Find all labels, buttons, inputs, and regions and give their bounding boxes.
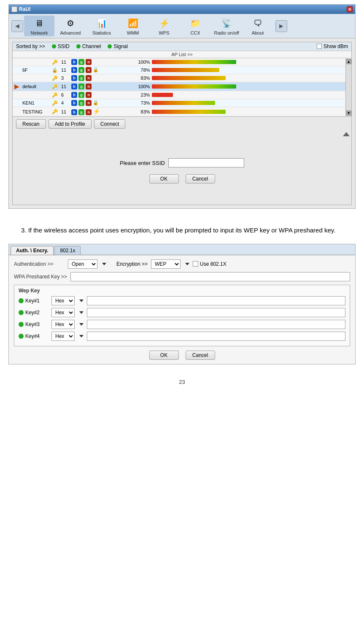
page-number: 23 xyxy=(8,375,356,389)
badge-n: n xyxy=(86,59,92,65)
connect-button[interactable]: Connect xyxy=(94,119,126,129)
toolbar-about[interactable]: 🗨 About xyxy=(243,16,273,36)
signal-bar xyxy=(152,60,236,64)
nav-back-button[interactable]: ◄ xyxy=(11,20,23,32)
auth-select[interactable]: Open xyxy=(68,259,97,269)
ssid-cell: default xyxy=(21,82,50,91)
app-title: RaUI xyxy=(19,6,30,12)
ssid-input[interactable] xyxy=(168,158,244,167)
toolbar-ccx[interactable]: 📁 CCX xyxy=(180,16,210,36)
key2-type-select[interactable]: Hex xyxy=(51,308,75,317)
modes-cell: b g n 🔒 xyxy=(70,99,136,107)
signal-bar-container: 23% xyxy=(138,92,344,97)
enc-select[interactable]: WEP xyxy=(151,259,181,269)
key1-input[interactable] xyxy=(87,296,345,305)
table-row[interactable]: TESTING 🔑 11 b g n ⚡ xyxy=(13,107,345,116)
cancel-button[interactable]: Cancel xyxy=(186,174,215,183)
key3-input[interactable] xyxy=(87,320,345,329)
channel-cell: 11 xyxy=(59,66,70,74)
table-row[interactable]: KEN1 🔑 4 b g n 🔒 xyxy=(13,99,345,107)
use802-checkbox[interactable] xyxy=(193,261,198,267)
badge-n: n xyxy=(86,109,92,115)
toolbar-wmm[interactable]: 📶 WMM xyxy=(118,16,148,36)
wpa-input[interactable] xyxy=(70,272,350,281)
rescan-button[interactable]: Rescan xyxy=(16,119,46,129)
scroll-down[interactable]: ▼ xyxy=(346,111,351,116)
toolbar-wps-label: WPS xyxy=(159,30,169,35)
signal-pct: 78% xyxy=(138,67,150,73)
wps-icon: ⚡ xyxy=(157,16,171,30)
toolbar-statistics-label: Statistics xyxy=(92,30,111,35)
tab-802-1x[interactable]: 802.1x xyxy=(54,246,81,255)
key3-type-select[interactable]: Hex xyxy=(51,320,75,329)
channel-cell: 4 xyxy=(59,99,70,107)
title-bar: RaUI ✕ xyxy=(9,5,355,14)
key3-dropdown-arrow xyxy=(79,323,84,326)
use802-text: Use 802.1X xyxy=(200,261,226,267)
ok-button[interactable]: OK xyxy=(149,174,179,183)
paragraph-3: 3. If the wireless access point uses enc… xyxy=(8,219,356,244)
scrollbar[interactable]: ▲ ▼ xyxy=(345,58,351,116)
badge-g: g xyxy=(78,75,84,81)
table-row[interactable]: ▶ default 🔑 11 b g n xyxy=(13,82,345,91)
signal-bar xyxy=(152,84,236,89)
ssid-cell xyxy=(21,58,50,66)
auth-label: Authentication >> xyxy=(14,261,65,267)
advanced-icon: ⚙ xyxy=(64,16,77,30)
toolbar: ◄ 🖥 Network ⚙ Advanced 📊 Statistics 📶 WM… xyxy=(9,14,355,38)
scroll-up-arrow[interactable] xyxy=(343,132,350,136)
signal-bar xyxy=(152,101,215,105)
key4-type-select[interactable]: Hex xyxy=(51,332,75,341)
signal-bar xyxy=(152,110,226,114)
key3-dot xyxy=(19,322,24,327)
modes-cell: b g n xyxy=(70,91,136,99)
close-button[interactable]: ✕ xyxy=(347,6,353,12)
table-row[interactable]: 6F 🔒 11 b g n 🔒 xyxy=(13,66,345,74)
tab-auth-encry[interactable]: Auth. \ Encry. xyxy=(11,246,54,255)
key4-input[interactable] xyxy=(87,332,345,341)
signal-bar-container: 100% xyxy=(138,84,344,89)
form-cancel-button[interactable]: Cancel xyxy=(186,351,215,360)
add-to-profile-button[interactable]: Add to Profile xyxy=(49,119,92,129)
table-row[interactable]: 🔑 11 b g n 100% xyxy=(13,58,345,66)
key1-type-select[interactable]: Hex xyxy=(51,296,75,305)
signal-pct: 100% xyxy=(138,84,150,89)
toolbar-statistics[interactable]: 📊 Statistics xyxy=(86,16,117,36)
toolbar-wps[interactable]: ⚡ WPS xyxy=(149,16,179,36)
table-row[interactable]: 🔑 3 b g n 83% xyxy=(13,74,345,82)
badge-b: b xyxy=(71,84,77,89)
toolbar-advanced[interactable]: ⚙ Advanced xyxy=(55,16,86,36)
ap-list-label: AP List >> xyxy=(13,51,351,58)
scroll-up[interactable]: ▲ xyxy=(346,59,351,64)
lock-cell: 🔑 xyxy=(50,58,59,66)
screenshot-1: RaUI ✕ ◄ 🖥 Network ⚙ Advanced 📊 Statisti… xyxy=(8,4,356,209)
nav-fwd-button[interactable]: ► xyxy=(275,20,287,32)
auth-form: Authentication >> Open Encryption >> WEP… xyxy=(9,255,355,364)
badge-g: g xyxy=(78,92,84,98)
badge-n: n xyxy=(86,67,92,73)
signal-cell: 73% xyxy=(136,99,346,107)
enc-label: Encryption >> xyxy=(116,261,148,267)
signal-bar-container: 100% xyxy=(138,59,344,65)
form-ok-button[interactable]: OK xyxy=(149,351,179,360)
tabs-bar: Auth. \ Encry. 802.1x xyxy=(9,244,355,255)
key4-dropdown-arrow xyxy=(79,335,84,337)
key2-input[interactable] xyxy=(87,308,345,317)
toolbar-network[interactable]: 🖥 Network xyxy=(24,16,54,36)
ap-table: 🔑 11 b g n 100% xyxy=(13,58,345,116)
signal-bar xyxy=(152,93,173,97)
signal-bar-container: 78% xyxy=(138,67,344,73)
title-bar-left: RaUI xyxy=(11,6,30,12)
auth-row: Authentication >> Open Encryption >> WEP… xyxy=(14,259,350,269)
key1-text: Key#1 xyxy=(25,298,40,304)
key2-label: Key#2 xyxy=(19,310,48,316)
toolbar-radio[interactable]: 📡 Radio on/off xyxy=(211,16,242,36)
auth-dropdown-arrow xyxy=(102,263,106,265)
wpa-label: WPA Preshared Key >> xyxy=(14,274,67,280)
ok-cancel-row: OK Cancel xyxy=(149,174,215,183)
badge-g: g xyxy=(78,67,84,73)
form-button-row: OK Cancel xyxy=(14,351,350,360)
table-row[interactable]: 🔑 6 b g n 23% xyxy=(13,91,345,99)
show-dbm-checkbox[interactable] xyxy=(317,44,322,49)
key-row-4: Key#4 Hex xyxy=(19,332,345,341)
